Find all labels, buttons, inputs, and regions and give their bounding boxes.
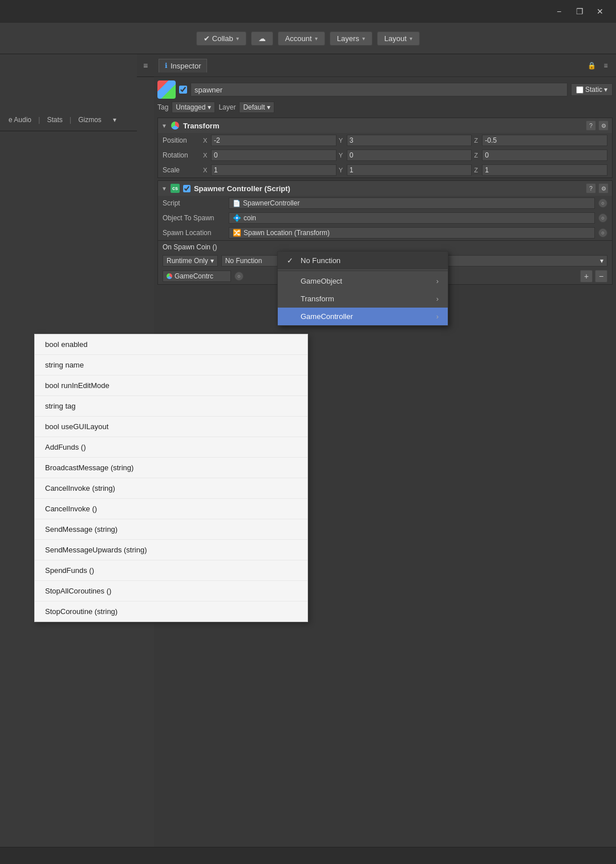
- add-event-button[interactable]: +: [580, 270, 593, 282]
- layout-button[interactable]: Layout ▾: [377, 31, 420, 46]
- list-item[interactable]: string tag: [35, 396, 307, 417]
- position-row: Position X Y Z: [158, 133, 612, 148]
- rotation-z-input[interactable]: [482, 150, 607, 161]
- transform-component: ▼ Transform ? ⚙ Position X: [157, 118, 613, 178]
- layer-label-text: Layer: [218, 103, 236, 111]
- ry-label: Y: [339, 152, 346, 159]
- maximize-button[interactable]: ❐: [569, 1, 590, 22]
- position-xyz: X Y Z: [203, 135, 607, 146]
- z-label: Z: [474, 137, 481, 144]
- spawner-actions: ? ⚙: [586, 183, 609, 193]
- rotation-y-input[interactable]: [347, 150, 472, 161]
- go-header: Static ▾: [157, 80, 613, 99]
- gameobject-icon: [157, 80, 176, 99]
- more-options-icon[interactable]: ≡: [600, 60, 611, 71]
- remove-event-button[interactable]: −: [595, 270, 607, 282]
- game-controller-arrow-icon: ›: [436, 312, 439, 321]
- transform-icon: [171, 122, 179, 130]
- coin-icon: 💠: [233, 214, 241, 222]
- list-item[interactable]: SendMessage (string): [35, 519, 307, 540]
- on-spawn-coin-label: On Spawn Coin (): [163, 243, 217, 251]
- position-y-field: Y: [339, 135, 472, 146]
- object-to-spawn-value: 💠 coin: [229, 212, 595, 224]
- tab-gizmos[interactable]: Gizmos: [72, 114, 107, 126]
- tab-stats[interactable]: Stats: [41, 114, 68, 126]
- list-item[interactable]: string name: [35, 355, 307, 376]
- script-select-icon[interactable]: ○: [598, 199, 607, 208]
- cloud-button[interactable]: ☁: [251, 31, 273, 46]
- list-item[interactable]: bool runInEditMode: [35, 376, 307, 396]
- position-z-input[interactable]: [482, 135, 607, 146]
- spawn-location-label: Spawn Location: [163, 229, 225, 237]
- spawner-help-icon[interactable]: ?: [586, 183, 596, 193]
- static-button[interactable]: Static ▾: [571, 83, 613, 96]
- game-controller-field: GameContrc: [163, 270, 231, 282]
- inspector-tab-actions: 🔒 ≡: [586, 60, 611, 71]
- list-item[interactable]: StopCoroutine (string): [35, 601, 307, 621]
- list-item[interactable]: CancelInvoke (): [35, 499, 307, 519]
- function-popup-menu: ✓ No Function GameObject › Transform › G…: [277, 251, 448, 326]
- hamburger-icon: ≡: [143, 61, 148, 70]
- list-item[interactable]: StopAllCoroutines (): [35, 581, 307, 601]
- layer-dropdown[interactable]: Default ▾: [239, 102, 274, 113]
- go-select-icon[interactable]: ○: [234, 272, 244, 281]
- script-name: SpawnerController: [243, 199, 299, 207]
- tag-dropdown[interactable]: Untagged ▾: [172, 102, 215, 113]
- static-checkbox[interactable]: [576, 86, 583, 94]
- lock-icon[interactable]: 🔒: [586, 60, 597, 71]
- list-item[interactable]: bool enabled: [35, 334, 307, 355]
- collab-button[interactable]: ✔ Collab ▾: [196, 31, 246, 46]
- layers-button[interactable]: Layers ▾: [330, 31, 372, 46]
- position-label: Position: [163, 136, 200, 144]
- spawner-collapse-icon[interactable]: ▼: [161, 185, 167, 192]
- spawner-settings-icon[interactable]: ⚙: [598, 183, 609, 193]
- list-item[interactable]: bool useGUILayout: [35, 417, 307, 437]
- no-function-label: No Function: [301, 256, 341, 265]
- close-button[interactable]: ✕: [590, 1, 610, 22]
- go-active-checkbox[interactable]: [179, 86, 187, 94]
- script-file-icon: 📄: [233, 200, 241, 207]
- list-item[interactable]: SpendFunds (): [35, 560, 307, 581]
- go-name-display: GameContrc: [175, 272, 213, 280]
- popup-transform[interactable]: Transform ›: [278, 290, 448, 308]
- list-item[interactable]: SendMessageUpwards (string): [35, 540, 307, 560]
- popup-no-function[interactable]: ✓ No Function: [278, 252, 448, 269]
- position-y-input[interactable]: [347, 135, 472, 146]
- rotation-x-input[interactable]: [211, 150, 337, 161]
- position-x-input[interactable]: [211, 135, 337, 146]
- scale-y-input[interactable]: [347, 164, 472, 176]
- spawn-select-icon[interactable]: ○: [598, 228, 607, 237]
- list-item[interactable]: BroadcastMessage (string): [35, 458, 307, 478]
- scale-z-input[interactable]: [482, 164, 607, 176]
- left-tabs: e Audio | Stats | Gizmos ▾: [0, 108, 137, 131]
- list-item[interactable]: AddFunds (): [35, 437, 307, 458]
- game-controller-sublist: bool enabled string name bool runInEditM…: [34, 334, 308, 622]
- list-item[interactable]: CancelInvoke (string): [35, 478, 307, 499]
- popup-gameobject[interactable]: GameObject ›: [278, 272, 448, 290]
- sx-label: X: [203, 167, 210, 173]
- rotation-y-field: Y: [339, 150, 472, 161]
- scale-x-field: X: [203, 164, 337, 176]
- event-add-remove: + −: [580, 270, 607, 282]
- panel-menu-icon[interactable]: ≡: [137, 54, 154, 77]
- go-name-input[interactable]: [191, 83, 568, 96]
- runtime-dropdown[interactable]: Runtime Only ▾: [163, 255, 218, 267]
- object-to-spawn-row: Object To Spawn 💠 coin ○: [158, 211, 612, 225]
- coin-name: coin: [244, 214, 256, 222]
- spawner-active-checkbox[interactable]: [183, 185, 191, 192]
- transform-collapse-icon[interactable]: ▼: [161, 123, 167, 129]
- collab-label: ✔ Collab: [204, 34, 233, 43]
- transform-settings-icon[interactable]: ⚙: [598, 120, 609, 131]
- inspector-tab[interactable]: ℹ Inspector: [159, 59, 207, 72]
- scale-x-input[interactable]: [211, 164, 337, 176]
- object-select-icon[interactable]: ○: [598, 213, 607, 223]
- unity-toolbar: ✔ Collab ▾ ☁ Account ▾ Layers ▾ Layout ▾: [0, 23, 616, 54]
- account-button[interactable]: Account ▾: [278, 31, 325, 46]
- popup-game-controller[interactable]: GameController ›: [278, 308, 448, 325]
- transform-help-icon[interactable]: ?: [586, 120, 596, 131]
- collab-arrow-icon: ▾: [236, 35, 239, 42]
- tab-audio[interactable]: e Audio: [3, 114, 37, 126]
- minimize-button[interactable]: −: [549, 1, 569, 22]
- gizmos-arrow-icon[interactable]: ▾: [107, 114, 122, 126]
- go-color-dot: [167, 273, 172, 279]
